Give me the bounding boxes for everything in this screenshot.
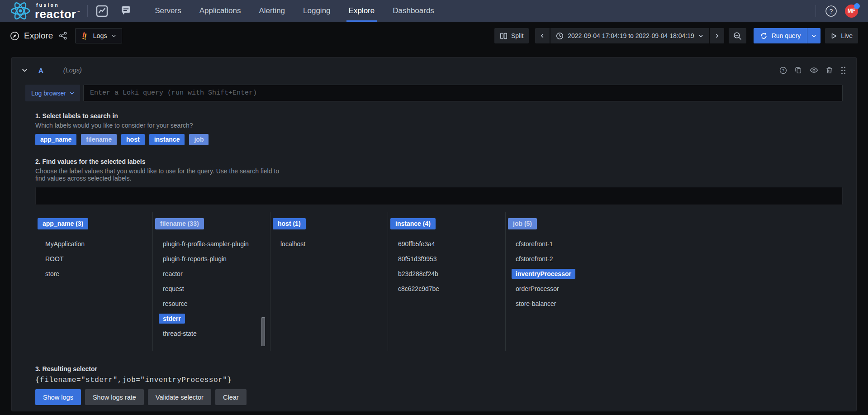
loki-query-row: Log browser (25, 85, 843, 101)
time-shift-back-button[interactable] (535, 28, 550, 43)
brand-reactor: reactor (35, 7, 76, 20)
toolbar-left: Explore Logs (10, 28, 122, 43)
facet-value[interactable]: localhost (276, 239, 309, 249)
nav-item-applications[interactable]: Applications (190, 0, 250, 22)
time-shift-forward-button[interactable] (710, 28, 724, 43)
nav-separator (87, 5, 88, 17)
facet-value[interactable]: store-balancer (512, 299, 560, 309)
log-browser-button[interactable]: Log browser (25, 85, 80, 101)
time-range-picker[interactable]: 2022-09-04 17:04:19 to 2022-09-04 18:04:… (550, 28, 708, 43)
query-help-icon[interactable]: ? (779, 67, 787, 74)
facet-value[interactable]: 690ffb5fe3a4 (394, 239, 439, 249)
disable-query-eye-icon[interactable] (810, 67, 818, 74)
query-row-header: A (Logs) ? (12, 57, 856, 83)
facet-header-host[interactable]: host (1) (273, 218, 306, 229)
nav-item-servers[interactable]: Servers (146, 0, 190, 22)
step1-select-labels: 1. Select labels to search in Which labe… (35, 112, 843, 145)
show-logs-button[interactable]: Show logs (35, 389, 81, 405)
validate-selector-button[interactable]: Validate selector (148, 389, 211, 405)
label-chips: app_name filename host instance job (35, 134, 843, 145)
facet-header-job[interactable]: job (5) (508, 218, 537, 229)
drag-handle-icon[interactable] (840, 66, 846, 75)
facet-value[interactable]: ROOT (41, 254, 67, 264)
label-values-search-input[interactable] (35, 187, 843, 205)
avatar-initials: MF (848, 8, 855, 14)
delete-query-trash-icon[interactable] (826, 67, 833, 74)
top-navigation: fusion reactor™ Servers Applications Ale… (0, 0, 868, 22)
show-logs-rate-button[interactable]: Show logs rate (85, 389, 144, 405)
facet-column-filename: filename (33) plugin-fr-profile-sampler-… (153, 212, 270, 351)
facet-value[interactable]: resource (159, 299, 191, 309)
nav-item-alerting[interactable]: Alerting (250, 0, 294, 22)
facet-header-instance[interactable]: instance (4) (390, 218, 436, 229)
label-chip-app_name[interactable]: app_name (35, 134, 76, 145)
svg-text:?: ? (782, 68, 784, 73)
facet-header-filename[interactable]: filename (33) (155, 218, 204, 229)
facet-value[interactable]: thread-state (159, 329, 201, 339)
query-ref-id: A (38, 67, 43, 74)
help-icon[interactable]: ? (825, 5, 837, 17)
query-type-label: (Logs) (63, 67, 82, 74)
facet-value[interactable]: b23d288cf24b (394, 269, 442, 279)
step3-title: 3. Resulting selector (35, 365, 843, 372)
datasource-picker[interactable]: Logs (75, 28, 122, 43)
facet-value[interactable]: cfstorefront-1 (512, 239, 557, 249)
facet-column-app_name: app_name (3) MyApplication ROOT store (35, 212, 153, 351)
nav-item-explore[interactable]: Explore (340, 0, 384, 22)
facet-value-selected[interactable]: stderr (159, 314, 185, 324)
label-chip-filename[interactable]: filename (81, 134, 117, 145)
user-avatar[interactable]: MF (845, 5, 858, 18)
facet-value[interactable]: plugin-fr-profile-sampler-plugin (159, 239, 253, 249)
duplicate-query-icon[interactable] (795, 67, 802, 74)
share-icon[interactable] (59, 32, 67, 40)
page-title: Explore (24, 31, 53, 41)
label-chip-instance[interactable]: instance (149, 134, 185, 145)
facet-header-app_name[interactable]: app_name (3) (38, 218, 88, 229)
zoom-out-button[interactable] (729, 28, 746, 43)
clear-button[interactable]: Clear (215, 389, 247, 405)
comments-icon[interactable] (120, 5, 132, 16)
column-scrollbar[interactable] (261, 317, 265, 346)
label-chip-job[interactable]: job (189, 134, 209, 145)
query-editor: Log browser 1. Select labels to search i… (12, 85, 856, 405)
live-button[interactable]: Live (825, 28, 858, 43)
svg-text:?: ? (830, 7, 833, 14)
split-button[interactable]: Split (494, 28, 529, 43)
loki-query-input[interactable] (83, 85, 843, 101)
facet-value[interactable]: request (159, 284, 188, 294)
toolbar-right: Split 2022-09-04 17:04:19 to 2022-09-04 … (494, 28, 858, 43)
notification-badge (854, 3, 860, 9)
explore-compass-icon (10, 31, 19, 41)
facet-value[interactable]: plugin-fr-reports-plugin (159, 254, 231, 264)
collapse-chevron-icon[interactable] (22, 67, 28, 73)
explore-toolbar: Explore Logs (0, 22, 868, 50)
step2-title: 2. Find values for the selected labels (35, 158, 843, 165)
step2-find-values: 2. Find values for the selected labels C… (35, 158, 843, 205)
fusionreactor-logo[interactable]: fusion reactor™ (10, 1, 80, 20)
time-range-group: 2022-09-04 17:04:19 to 2022-09-04 18:04:… (535, 28, 724, 43)
facet-value-selected[interactable]: inventryProcessor (512, 269, 575, 279)
facet-value[interactable]: 80f51d3f9953 (394, 254, 441, 264)
split-icon (500, 32, 508, 40)
metrics-chart-icon[interactable] (96, 5, 108, 17)
selector-code: {filename="stderr",job="inventryProcesso… (35, 376, 843, 384)
loki-icon (81, 32, 89, 40)
facet-value[interactable]: cfstorefront-2 (512, 254, 557, 264)
run-query-dropdown-button[interactable] (807, 28, 821, 43)
facet-value[interactable]: store (41, 269, 63, 279)
atom-icon (10, 1, 31, 20)
nav-item-dashboards[interactable]: Dashboards (384, 0, 443, 22)
label-chip-host[interactable]: host (121, 134, 145, 145)
refresh-icon (760, 32, 768, 40)
time-range-label: 2022-09-04 17:04:19 to 2022-09-04 18:04:… (568, 32, 694, 39)
play-icon (830, 33, 837, 39)
facet-value[interactable]: reactor (159, 269, 187, 279)
facet-value[interactable]: orderProcessor (512, 284, 563, 294)
facet-value[interactable]: c8c622c9d7be (394, 284, 443, 294)
run-query-split-button: Run query (754, 28, 821, 43)
chevron-down-icon (698, 33, 703, 38)
facet-value[interactable]: MyApplication (41, 239, 89, 249)
step1-subtitle: Which labels would you like to consider … (35, 122, 843, 129)
run-query-button[interactable]: Run query (754, 28, 807, 43)
nav-item-logging[interactable]: Logging (294, 0, 340, 22)
